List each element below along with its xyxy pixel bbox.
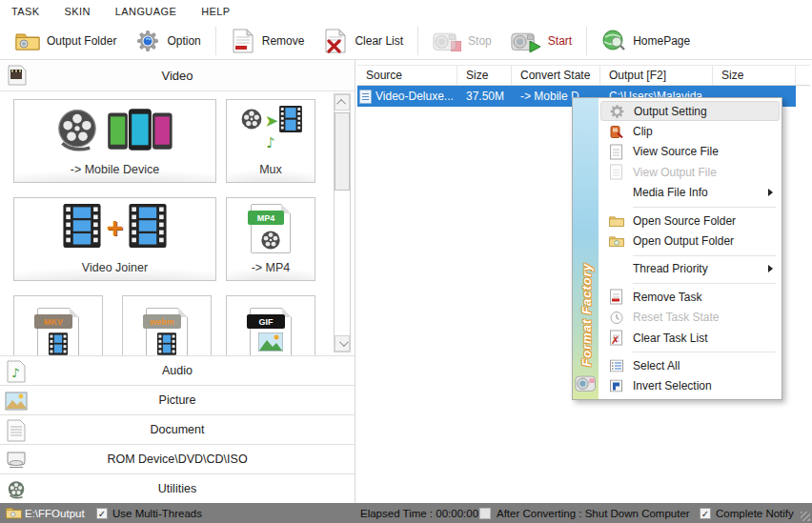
section-picture-label: Picture <box>159 393 196 407</box>
table-header: Source Size Convert State Output [F2] Si… <box>357 65 810 86</box>
chevron-down-icon <box>338 337 348 347</box>
submenu-arrow-icon <box>768 265 773 272</box>
start-label: Start <box>548 34 572 48</box>
toolbar: Output Folder Option Remove Clear List <box>0 23 812 60</box>
menu-item-media-file-info[interactable]: Media File Info <box>600 183 780 203</box>
menu-help[interactable]: HELP <box>201 6 230 17</box>
menu-item-remove-task[interactable]: Remove Task <box>600 287 780 307</box>
menu-task[interactable]: TASK <box>11 6 40 17</box>
column-source[interactable]: Source <box>357 66 457 85</box>
category-accordion: ♪ Audio Picture Document ROM D <box>0 355 355 503</box>
multi-threads-checkbox[interactable]: ✓ <box>96 508 108 519</box>
music-doc-icon: ♪ <box>227 134 315 151</box>
section-rom-device[interactable]: ROM Device\DVD\CD\ISO <box>0 444 355 473</box>
toolbar-separator <box>417 27 418 55</box>
mobile-phones-icon <box>106 106 176 157</box>
start-button[interactable]: Start <box>501 27 581 55</box>
output-folder-button[interactable]: Output Folder <box>6 27 126 55</box>
menu-item-label: Open Source Folder <box>633 214 736 228</box>
column-size[interactable]: Size <box>457 66 512 85</box>
section-document-label: Document <box>151 423 205 436</box>
menu-item-label: Clip <box>633 125 653 138</box>
section-utilities-label: Utilities <box>158 482 196 495</box>
clear-list-button[interactable]: Clear List <box>314 27 413 55</box>
homepage-button[interactable]: HomePage <box>592 27 700 55</box>
section-picture[interactable]: Picture <box>0 385 355 414</box>
menu-item-thread-priority[interactable]: Thread Priority <box>600 259 780 279</box>
scroll-down-button[interactable] <box>335 335 350 352</box>
card-mobile-device[interactable]: -> Mobile Device <box>13 99 216 183</box>
video-file-icon <box>359 90 372 104</box>
menu-separator <box>600 203 780 211</box>
submenu-arrow-icon <box>768 189 773 196</box>
menu-item-label: Reset Task State <box>633 311 720 324</box>
film-reel-icon <box>239 107 264 135</box>
section-video-header[interactable]: Video <box>0 60 355 91</box>
picture-section-icon <box>5 390 28 412</box>
output-path-text[interactable]: E:\FFOutput <box>25 503 85 523</box>
menu-item-open-output-folder[interactable]: Open Output Folder <box>600 231 780 251</box>
cards-scrollbar[interactable] <box>334 93 351 352</box>
menu-item-label: Thread Priority <box>633 262 708 275</box>
menu-skin[interactable]: SKIN <box>65 6 91 17</box>
output-folder-icon <box>608 233 624 250</box>
section-utilities[interactable]: Utilities <box>0 473 355 503</box>
card-mux[interactable]: ➤ ♪ Mux <box>226 99 315 183</box>
context-menu: Format Factory Output Setting Clip Vie <box>572 97 782 400</box>
card-mp4[interactable]: MP4 -> MP4 <box>226 197 315 281</box>
menu-item-label: Open Output Folder <box>633 234 734 248</box>
row-source-text: Video-Deluxe... <box>376 90 454 103</box>
clear-list-document-icon <box>323 30 348 52</box>
menu-separator <box>600 251 780 259</box>
menu-item-clip[interactable]: Clip <box>600 121 780 141</box>
output-path-folder-icon <box>6 506 22 521</box>
shutdown-checkbox[interactable] <box>479 508 491 519</box>
clear-list-icon: ✗ <box>608 330 624 346</box>
scrollbar-thumb[interactable] <box>335 112 350 191</box>
card-mkv[interactable]: MKV <box>13 295 103 355</box>
menu-item-view-source-file[interactable]: View Source File <box>600 142 780 162</box>
scroll-up-button[interactable] <box>335 94 350 111</box>
resize-grip[interactable] <box>801 512 810 521</box>
menu-item-invert-selection[interactable]: Invert Selection <box>600 376 780 396</box>
photo-icon <box>258 332 283 355</box>
toolbar-separator <box>215 27 216 55</box>
invert-selection-flag-icon <box>608 378 624 394</box>
brand-text: Format Factory <box>579 263 593 367</box>
output-folder-label: Output Folder <box>47 34 116 48</box>
column-convert-state[interactable]: Convert State <box>512 66 600 85</box>
menu-item-output-setting[interactable]: Output Setting <box>600 101 780 121</box>
option-button[interactable]: Option <box>126 27 210 55</box>
remove-document-icon <box>231 30 255 52</box>
menu-item-label: Clear Task List <box>633 332 707 345</box>
mkv-banner: MKV <box>34 314 72 329</box>
mkv-file-icon: MKV <box>37 308 79 355</box>
card-gif[interactable]: GIF <box>226 295 315 355</box>
card-webm[interactable]: webm <box>122 295 212 355</box>
menu-item-label: Remove Task <box>633 291 701 304</box>
remove-label: Remove <box>262 34 305 48</box>
mux-arrow-icon: ➤ <box>266 112 278 130</box>
svg-text:♪: ♪ <box>11 366 19 380</box>
stop-camera-icon <box>433 30 457 52</box>
section-audio[interactable]: ♪ Audio <box>0 355 355 385</box>
column-output-size[interactable]: Size <box>713 66 796 85</box>
complete-notify-checkbox[interactable]: ✓ <box>700 508 711 519</box>
film-strip-icon <box>157 332 176 355</box>
section-document[interactable]: Document <box>0 414 355 444</box>
remove-button[interactable]: Remove <box>221 27 315 55</box>
folder-icon <box>15 30 40 52</box>
menu-item-select-all[interactable]: Select All <box>600 355 780 375</box>
checklist-icon <box>608 357 624 373</box>
stop-button: Stop <box>423 27 501 55</box>
card-mux-label: Mux <box>227 163 315 176</box>
film-strip-icon <box>63 204 101 251</box>
menu-language[interactable]: LANGUAGE <box>115 6 176 17</box>
menu-item-clear-task-list[interactable]: ✗ Clear Task List <box>600 328 780 348</box>
card-video-joiner[interactable]: + Video Joiner <box>13 197 216 281</box>
menu-item-open-source-folder[interactable]: Open Source Folder <box>600 211 780 231</box>
left-panel: Video -> Mobile Device <box>0 60 355 503</box>
section-rom-device-label: ROM Device\DVD\CD\ISO <box>107 453 247 466</box>
film-reel-icon <box>259 229 282 255</box>
column-output[interactable]: Output [F2] <box>600 66 713 85</box>
